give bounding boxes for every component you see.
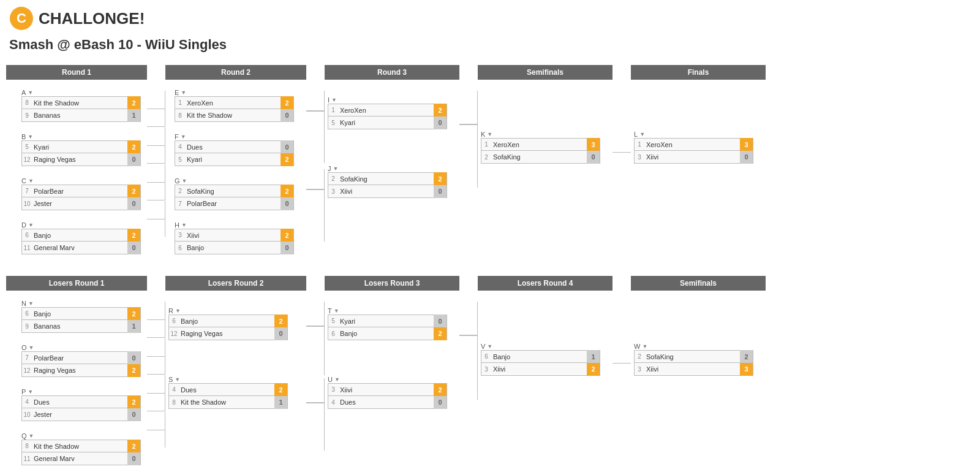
match-n-p1: 6 Banjo 2: [21, 307, 141, 320]
match-j-p2: 3 Xiivi 0: [328, 185, 447, 198]
match-k-p2: 2 SofaKing 0: [481, 151, 600, 164]
match-v-p1: 6 Banjo 1: [481, 350, 600, 363]
match-k-p1: 1 XeroXen 3: [481, 138, 600, 151]
match-a-p1: 8 Kit the Shadow 2: [21, 96, 141, 109]
match-u-p1: 3 Xiivi 2: [328, 383, 447, 396]
connector-r2-r3: [306, 65, 325, 264]
match-f-label: F ▼: [175, 133, 303, 140]
match-q: 8 Kit the Shadow 2 11 General Marv 0: [21, 440, 144, 465]
match-n-p2: 9 Bananas 1: [21, 320, 141, 333]
connector-r3-semis: [459, 65, 478, 264]
match-h: 3 Xiivi 2 6 Banjo 0: [175, 229, 303, 254]
match-j-p1: 2 SofaKing 2: [328, 172, 447, 185]
match-d-label-row: D ▼: [21, 221, 144, 229]
match-r: 6 Banjo 2 12 Raging Vegas 0: [168, 315, 303, 340]
winners-round-2-header: Round 2: [165, 65, 306, 80]
match-l-label: L ▼: [634, 131, 763, 138]
match-v-label: V ▼: [481, 343, 609, 350]
match-b-p2: 12 Raging Vegas 0: [21, 153, 141, 166]
match-u: 3 Xiivi 2 4 Dues 0: [328, 383, 456, 409]
match-f-p1: 4 Dues 0: [175, 140, 294, 153]
match-e-label: E ▼: [175, 89, 303, 96]
match-o: 7 PolarBear 0 12 Raging Vegas 2: [21, 351, 144, 377]
match-i: 1 XeroXen 2 5 Kyari 0: [328, 104, 456, 129]
match-s-p2: 8 Kit the Shadow 1: [168, 396, 288, 409]
match-o-p2: 12 Raging Vegas 2: [21, 364, 141, 377]
match-d-p1: 6 Banjo 2: [21, 229, 141, 242]
match-k-label: K ▼: [481, 131, 609, 138]
winners-semis: Semifinals K ▼ 1 XeroXen 3 2 SofaKing: [478, 65, 612, 264]
match-i-p2: 5 Kyari 0: [328, 116, 447, 129]
match-c-label-row: C ▼: [21, 177, 144, 185]
match-w-label: W ▼: [634, 343, 763, 350]
match-p-label: P ▼: [21, 388, 144, 395]
match-s-label: S ▼: [168, 376, 303, 383]
winners-finals-header: Finals: [631, 65, 766, 80]
match-c-p1: 7 PolarBear 2: [21, 185, 141, 197]
match-b-label-row: B ▼: [21, 133, 144, 140]
match-g: 2 SofaKing 2 7 PolarBear 0: [175, 185, 303, 210]
match-e-p1: 1 XeroXen 2: [175, 96, 294, 109]
winners-round-1: Round 1 A ▼ 8 Kit the Shadow 2 9 Ba: [6, 65, 147, 264]
match-b-p1: 5 Kyari 2: [21, 140, 141, 153]
match-t-p2: 6 Banjo 2: [328, 327, 447, 340]
winners-round-1-header: Round 1: [6, 65, 147, 80]
match-f-p2: 5 Kyari 2: [175, 153, 294, 166]
losers-round-2-header: Losers Round 2: [165, 276, 306, 291]
match-i-p1: 1 XeroXen 2: [328, 104, 447, 116]
match-s: 4 Dues 2 8 Kit the Shadow 1: [168, 383, 303, 409]
match-p-p2: 10 Jester 0: [21, 408, 141, 421]
losers-round-1-header: Losers Round 1: [6, 276, 147, 291]
connector-l3-l4: [459, 276, 478, 469]
losers-round-1: Losers Round 1 N ▼ 6 Banjo 2 9 Bana: [6, 276, 147, 469]
match-c: 7 PolarBear 2 10 Jester 0: [21, 185, 144, 210]
match-i-label: I ▼: [328, 96, 456, 104]
match-a-p2: 9 Bananas 1: [21, 109, 141, 122]
match-f: 4 Dues 0 5 Kyari 2: [175, 140, 303, 166]
match-h-p2: 6 Banjo 0: [175, 242, 294, 254]
match-p: 4 Dues 2 10 Jester 0: [21, 395, 144, 421]
match-t-p1: 5 Kyari 0: [328, 315, 447, 327]
bracket-wrapper: Round 1 A ▼ 8 Kit the Shadow 2 9 Ba: [0, 59, 980, 469]
match-g-p1: 2 SofaKing 2: [175, 185, 294, 197]
match-h-label: H ▼: [175, 221, 303, 229]
match-u-label: U ▼: [328, 376, 456, 383]
match-n-label: N ▼: [21, 300, 144, 307]
connector-l4-lsemis: [612, 276, 631, 469]
match-l: 1 XeroXen 3 3 Xiivi 0: [634, 138, 763, 164]
match-e-p2: 8 Kit the Shadow 0: [175, 109, 294, 122]
match-l-p1: 1 XeroXen 3: [634, 138, 753, 151]
connector-l1-l2: [147, 276, 165, 469]
match-p-p1: 4 Dues 2: [21, 395, 141, 408]
page-title: Smash @ eBash 10 - WiiU Singles: [0, 37, 980, 59]
losers-round-2: Losers Round 2 R ▼ 6 Banjo 2 12 Rag: [165, 276, 306, 469]
match-j: 2 SofaKing 2 3 Xiivi 0: [328, 172, 456, 198]
connector-semis-finals: [612, 65, 631, 264]
header: C CHALLONGE! Smash @ eBash 10 - WiiU Sin…: [0, 0, 980, 59]
winners-bracket: Round 1 A ▼ 8 Kit the Shadow 2 9 Ba: [6, 65, 974, 264]
match-o-label: O ▼: [21, 344, 144, 351]
match-b: 5 Kyari 2 12 Raging Vegas 0: [21, 140, 144, 166]
match-n: 6 Banjo 2 9 Bananas 1: [21, 307, 144, 333]
match-t-label: T ▼: [328, 307, 456, 315]
match-d: 6 Banjo 2 11 General Marv 0: [21, 229, 144, 254]
winners-round-2: Round 2 E ▼ 1 XeroXen 2 8 Kit the S: [165, 65, 306, 264]
match-l-p2: 3 Xiivi 0: [634, 151, 753, 164]
match-j-label: J ▼: [328, 165, 456, 172]
match-s-p1: 4 Dues 2: [168, 383, 288, 396]
match-g-label: G ▼: [175, 177, 303, 185]
losers-round-3-header: Losers Round 3: [325, 276, 459, 291]
losers-round-4: Losers Round 4 V ▼ 6 Banjo 1 3 Xiivi: [478, 276, 612, 469]
logo-text: CHALLONGE!: [39, 9, 145, 28]
match-a-label-row: A ▼: [21, 89, 144, 96]
connector-r1-r2: [147, 65, 165, 264]
losers-round-3: Losers Round 3 T ▼ 5 Kyari 0 6 Banj: [325, 276, 459, 469]
match-h-p1: 3 Xiivi 2: [175, 229, 294, 242]
match-q-p2: 11 General Marv 0: [21, 452, 141, 465]
match-e: 1 XeroXen 2 8 Kit the Shadow 0: [175, 96, 303, 122]
match-g-p2: 7 PolarBear 0: [175, 197, 294, 210]
match-w-p2: 3 Xiivi 3: [634, 363, 753, 376]
match-a: 8 Kit the Shadow 2 9 Bananas 1: [21, 96, 144, 122]
logo: C CHALLONGE!: [9, 6, 145, 31]
match-k: 1 XeroXen 3 2 SofaKing 0: [481, 138, 609, 164]
